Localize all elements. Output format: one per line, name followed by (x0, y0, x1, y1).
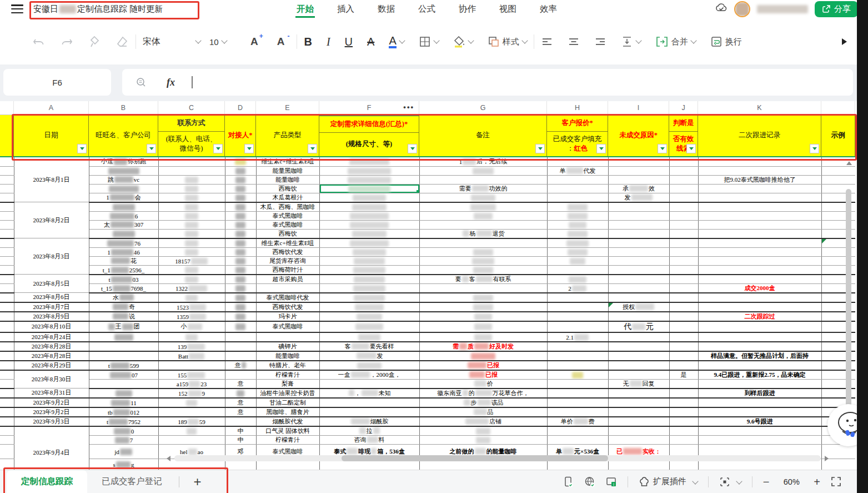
cell[interactable] (608, 426, 669, 436)
cell[interactable] (669, 175, 698, 184)
merge-cells-button[interactable]: 合并 (655, 36, 688, 48)
cell[interactable] (225, 293, 256, 302)
date-cell[interactable]: 2023年8月30日 (14, 370, 89, 389)
cell[interactable] (547, 202, 608, 212)
cell[interactable]: 店铺 (419, 417, 547, 426)
cell[interactable] (608, 229, 669, 238)
cell[interactable] (698, 193, 821, 202)
cell[interactable] (225, 220, 256, 229)
cell[interactable]: 杨退货 (419, 229, 547, 238)
header-cell-gutter[interactable] (0, 115, 14, 156)
cell[interactable]: ，未知 (319, 389, 419, 398)
cell[interactable] (319, 379, 419, 389)
cell[interactable] (547, 370, 608, 380)
cell[interactable] (547, 193, 608, 202)
cell[interactable]: 维生素c+维生素E咀 (256, 157, 319, 166)
cell[interactable] (547, 379, 608, 389)
cell-reference-box[interactable]: F6 (3, 69, 111, 96)
cell[interactable]: 品 (419, 407, 547, 417)
cell[interactable]: 需质好及时发 (419, 342, 547, 351)
cell[interactable] (225, 193, 256, 202)
cell[interactable]: 把9.02泰式黑咖啡推给他了 (698, 175, 821, 184)
fullscreen-icon[interactable] (831, 476, 841, 487)
cell[interactable]: 1会 (89, 193, 158, 202)
cell[interactable] (669, 361, 698, 370)
cell[interactable] (158, 275, 225, 284)
cell[interactable] (669, 229, 698, 238)
hamburger-menu-icon[interactable] (11, 4, 23, 13)
chevron-down-icon[interactable] (399, 37, 405, 43)
cell[interactable] (669, 389, 698, 398)
cell[interactable]: 跳vc (89, 175, 158, 184)
date-cell[interactable]: 2023年9月4日 (14, 426, 89, 470)
header-cell-I[interactable]: 未成交原因* (608, 115, 669, 156)
chevron-down-icon[interactable] (635, 37, 641, 43)
cell[interactable]: 07 (89, 370, 158, 380)
italic-button[interactable]: I (327, 36, 330, 47)
cell[interactable] (608, 256, 669, 265)
date-cell[interactable]: 2023年8月31日 (14, 389, 89, 398)
cell[interactable] (225, 157, 256, 166)
cell[interactable] (669, 293, 698, 302)
cell[interactable] (698, 302, 821, 312)
cell[interactable] (669, 426, 698, 436)
cell[interactable] (547, 275, 608, 284)
cell[interactable]: 梨膏 (256, 379, 319, 389)
cell[interactable] (669, 202, 698, 212)
cell[interactable]: 木瓜葛根汁 (256, 193, 319, 202)
cell[interactable] (547, 265, 608, 275)
cell[interactable] (698, 157, 821, 166)
cell[interactable] (698, 275, 821, 284)
cell[interactable] (547, 426, 608, 436)
cell[interactable] (698, 247, 821, 256)
cell[interactable] (608, 370, 669, 380)
cell[interactable] (698, 220, 821, 229)
filter-button[interactable] (77, 144, 87, 153)
cell[interactable] (158, 193, 225, 202)
sheet-tab-1[interactable]: 定制信息跟踪 (7, 470, 87, 493)
cell[interactable]: 碘钾片 (256, 342, 319, 351)
cell[interactable] (547, 293, 608, 302)
cell[interactable]: 柠檬青汁 (256, 370, 319, 380)
cell-style-button[interactable]: 样式 (488, 36, 519, 48)
cell[interactable] (256, 283, 319, 293)
cell[interactable]: t03 (89, 275, 158, 284)
cell[interactable] (225, 342, 256, 351)
header-cell-J[interactable]: 判断是否有效线索 (669, 115, 698, 156)
cell[interactable]: 样品满意。但暂无推品计划，后面持 (698, 351, 821, 361)
cell[interactable]: 已报 (419, 361, 547, 370)
scroll-up-arrow[interactable] (846, 161, 852, 165)
cell[interactable] (319, 265, 419, 275)
cell[interactable]: 咨询料 (319, 435, 419, 444)
font-size-select[interactable]: 10 (209, 37, 236, 47)
cell[interactable] (547, 302, 608, 312)
cell[interactable] (419, 332, 547, 342)
cell[interactable] (225, 247, 256, 256)
cell[interactable] (547, 389, 608, 398)
date-cell[interactable]: 2023年8月5日 (14, 275, 89, 293)
align-center-button[interactable] (568, 36, 580, 48)
cell[interactable]: 西梅饮 (256, 229, 319, 238)
zoom-in-button[interactable]: + (814, 476, 820, 487)
bold-button[interactable]: B (304, 36, 312, 47)
column-letter-H[interactable]: H (547, 101, 608, 114)
cell[interactable]: t_12596_ (89, 265, 158, 275)
cell[interactable]: 烟酰胺 (319, 417, 419, 426)
cell[interactable] (547, 361, 608, 370)
add-sheet-button[interactable]: + (194, 475, 202, 489)
cell[interactable] (158, 229, 225, 238)
cell[interactable]: 黑咖啡、膳食片 (256, 407, 319, 417)
cell[interactable] (225, 175, 256, 184)
cell[interactable] (608, 202, 669, 212)
cell[interactable] (225, 238, 256, 248)
cell[interactable] (608, 312, 669, 321)
cell[interactable] (669, 435, 698, 444)
cell[interactable]: 146 (89, 247, 158, 256)
date-cell[interactable]: 2023年8月29日 (14, 361, 89, 370)
filter-button[interactable] (535, 144, 545, 153)
cell[interactable] (669, 283, 698, 293)
cell[interactable] (698, 342, 821, 351)
cell[interactable] (547, 351, 608, 361)
filter-button[interactable] (686, 144, 696, 153)
cell[interactable] (669, 256, 698, 265)
